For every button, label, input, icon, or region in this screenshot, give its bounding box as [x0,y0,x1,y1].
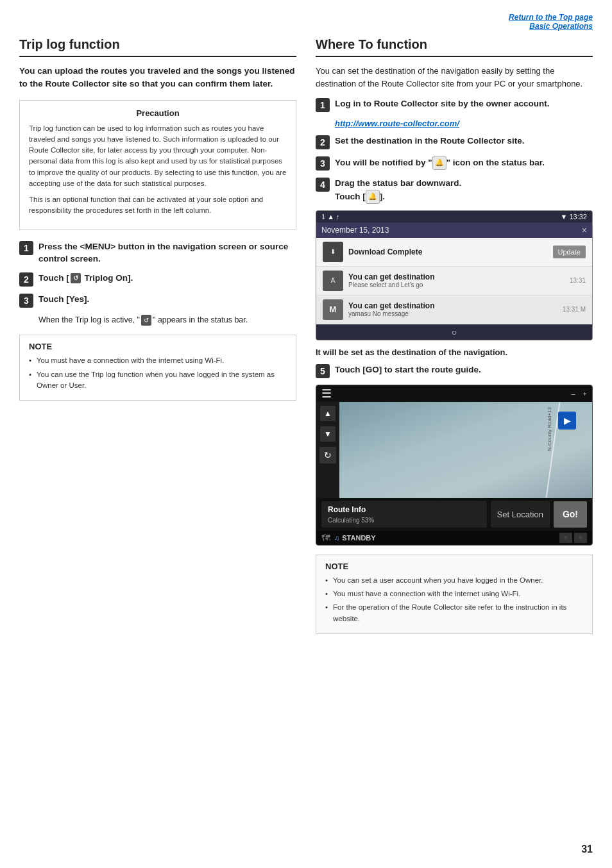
right-step3-num: 3 [316,156,330,171]
nav-standby-bar: 🗺 ♫ STANDBY ◾ ◾ [316,531,592,545]
precaution-box: Precaution Trip log function can be used… [19,100,296,230]
nav-map-icon: 🗺 [321,533,330,543]
nav-menu-icon: ☰ [321,388,332,399]
right-step2-text: Set the destination in the Route Collect… [335,135,525,147]
nav-standby-label: STANDBY [342,534,375,542]
ss-status-bar: 1 ▲ ↑ ▼ 13:32 [316,211,592,222]
nav-content-area: ▲ ▼ ↻ ▶ N-County Road+13 [316,402,592,498]
return-top-link[interactable]: Return to the Top page [19,13,593,22]
left-step3-text: Touch [Yes]. [38,293,89,306]
triplog-active-icon: ↺ [141,315,151,326]
nav-road-label: N-County Road+13 [547,407,552,451]
nav-play-marker: ▶ [558,412,576,430]
precaution-title: Precaution [29,108,287,118]
right-note-item-1: You can set a user account when you have… [325,575,583,586]
left-note-item-2: You can use the Trip log function when y… [29,369,287,392]
nav-undo-btn[interactable]: ↻ [319,447,336,463]
ss-date-bar: November 15, 2013 × [316,222,592,238]
right-step4-num: 4 [316,178,330,192]
left-step2-text: Touch [↺ Triplog On]. [38,272,133,285]
nav-map: ▶ N-County Road+13 [339,402,592,498]
right-note-box: NOTE You can set a user account when you… [316,555,593,634]
nav-go-btn[interactable]: Go! [554,501,587,528]
ss-notif2-icon: A [323,271,343,291]
left-step-1: 1 Press the <MENU> button in the navigat… [19,240,296,265]
left-note-title: NOTE [29,342,287,351]
nav-route-box: Route Info Calculating 53% [321,501,487,528]
ss-notif3-icon: M [323,299,343,320]
left-note-box: NOTE You must have a connection with the… [19,335,296,401]
ss-notif3-content: You can get destination yamasu No messag… [348,301,557,317]
right-step4-text: Drag the status bar downward.Touch [🔔]. [335,177,461,204]
right-step2-num: 2 [316,135,330,149]
ss-notif1-content: Download Complete [348,247,548,256]
ss-notif3-title: You can get destination [348,301,557,310]
page-number: 31 [581,844,593,855]
ss-notif1-icon: ⬇ [323,242,343,262]
ss-time: ▼ 13:32 [561,213,587,221]
precaution-body1: Trip log function can be used to log inf… [29,123,287,190]
step3-note: When the Trip log is active, "↺" appears… [38,314,296,326]
ss-notif-3: M You can get destination yamasu No mess… [316,296,592,324]
nav-music-icon: ♫ [334,534,339,542]
nav-up-arrow[interactable]: ▲ [320,406,336,421]
nav-set-loc[interactable]: Set Location [491,501,550,528]
right-step3-text: You will be notified by "🔔" icon on the … [335,156,545,170]
right-intro: You can set the destination of the navig… [316,65,593,90]
right-note-item-2: You must have a connection with the inte… [325,588,583,599]
nav-icon2: ◾ [574,533,587,543]
triplog-icon: ↺ [71,273,81,284]
destination-note: It will be set as the destination of the… [316,347,593,358]
nav-left-panel: ▲ ▼ ↻ [316,402,339,498]
top-links: Return to the Top page Basic Operations [19,13,593,31]
left-step3-num: 3 [19,294,33,308]
right-step1-text: Log in to Route Collector site by the ow… [335,97,550,110]
right-column: Where To function You can set the destin… [316,37,593,634]
basic-ops-link[interactable]: Basic Operations [19,22,593,31]
ss-notif1-title: Download Complete [348,247,548,256]
nav-icon1: ◾ [559,533,572,543]
left-step1-text: Press the <MENU> button in the navigatio… [38,240,296,265]
notification-screenshot: 1 ▲ ↑ ▼ 13:32 November 15, 2013 × ⬇ Down… [316,210,593,340]
left-step-2: 2 Touch [↺ Triplog On]. [19,272,296,287]
right-step-3: 3 You will be notified by "🔔" icon on th… [316,156,593,171]
ss-notif-2: A You can get destination Please select … [316,267,592,296]
left-column: Trip log function You can upload the rou… [19,37,296,401]
route-collector-link[interactable]: http://www.route-collector.com/ [335,119,593,128]
left-note-list: You must have a connection with the inte… [29,355,287,391]
ss-notif2-sub: Please select and Let's go [348,281,565,288]
right-note-title: NOTE [325,562,583,571]
nav-vb-icons: ◾ ◾ [559,533,587,543]
precaution-body2: This is an optional function that can be… [29,194,287,217]
notif-bell-icon: 🔔 [432,156,446,170]
nav-info-bar: Route Info Calculating 53% Set Location … [316,498,592,531]
left-section-title: Trip log function [19,37,296,57]
right-step5-text: Touch [GO] to start the route guide. [335,363,481,376]
nav-route-title: Route Info [328,505,480,514]
ss-close-icon: × [582,225,587,235]
ss-notif3-time: 13:31 M [563,306,586,313]
nav-calc: Calculating 53% [328,517,480,524]
ss-bottom-dot: ○ [316,324,592,340]
ss-notif2-content: You can get destination Please select an… [348,272,565,288]
right-step-2: 2 Set the destination in the Route Colle… [316,135,593,149]
nav-screenshot: ☰ – + ▲ ▼ ↻ ▶ [316,385,593,546]
right-step-1: 1 Log in to Route Collector site by the … [316,97,593,112]
right-step-5: 5 Touch [GO] to start the route guide. [316,363,593,378]
ss-date: November 15, 2013 [321,226,389,235]
right-note-list: You can set a user account when you have… [325,575,583,624]
ss-notif2-title: You can get destination [348,272,565,281]
nav-topbar: ☰ – + [316,385,592,402]
ss-update-button[interactable]: Update [553,246,586,258]
nav-minus-icon: + [583,390,587,397]
right-step-4: 4 Drag the status bar downward.Touch [🔔]… [316,177,593,204]
ss-status-icons: 1 ▲ ↑ [321,213,340,221]
ss-notif-1: ⬇ Download Complete Update [316,238,592,267]
right-note-item-3: For the operation of the Route Collector… [325,602,583,624]
left-note-item-1: You must have a connection with the inte… [29,355,287,366]
notif-bell-icon2: 🔔 [366,190,380,204]
ss-notif3-sub: yamasu No message [348,310,557,317]
right-section-title: Where To function [316,37,593,57]
nav-down-arrow[interactable]: ▼ [320,426,336,442]
left-step-3: 3 Touch [Yes]. [19,293,296,308]
